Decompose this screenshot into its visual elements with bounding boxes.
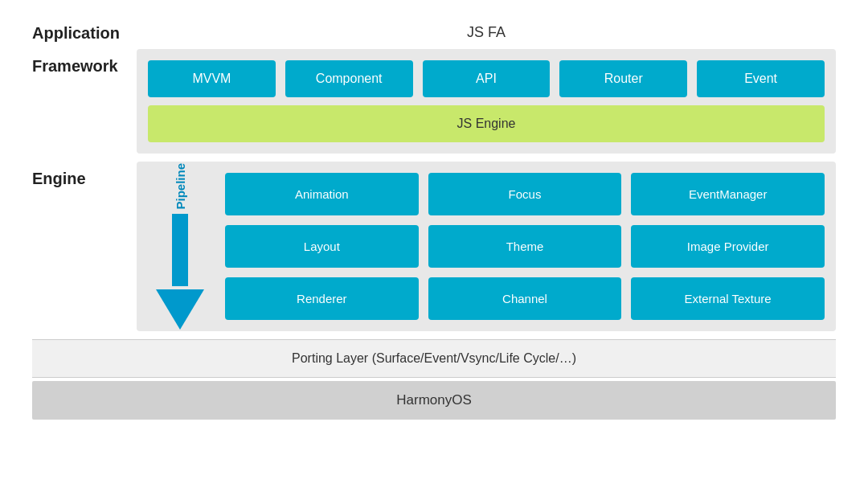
external-texture-box: External Texture <box>631 277 825 320</box>
focus-box: Focus <box>428 173 622 215</box>
engine-grid: Animation Focus EventManager Layout Them… <box>225 173 825 320</box>
harmony-os-bar: HarmonyOS <box>32 381 836 420</box>
component-box: Component <box>285 60 413 97</box>
pipeline-label: Pipeline <box>174 163 187 210</box>
layout-box: Layout <box>225 225 419 268</box>
arrow-shaft <box>172 214 188 286</box>
engine-label: Engine <box>32 170 86 187</box>
framework-label: Framework <box>32 57 118 75</box>
channel-box: Channel <box>428 277 622 320</box>
theme-box: Theme <box>428 225 622 268</box>
porting-layer: Porting Layer (Surface/Event/Vsync/Life … <box>32 339 836 378</box>
application-title: JS FA <box>467 19 506 45</box>
event-box: Event <box>697 60 825 97</box>
application-label: Application <box>32 24 120 42</box>
js-engine-box: JS Engine <box>148 105 825 142</box>
framework-boxes-row: MVVM Component API Router Event <box>148 60 825 97</box>
porting-layer-text: Porting Layer (Surface/Event/Vsync/Life … <box>292 351 576 365</box>
diagram-container: Application JS FA Framework MVVM Compone… <box>0 0 868 436</box>
mvvm-box: MVVM <box>148 60 276 97</box>
animation-box: Animation <box>225 173 419 215</box>
event-manager-box: EventManager <box>631 173 825 215</box>
api-box: API <box>423 60 551 97</box>
application-section: Application JS FA <box>32 16 836 43</box>
router-box: Router <box>559 60 687 97</box>
pipeline-arrow: Pipeline <box>148 174 212 319</box>
image-provider-box: Image Provider <box>631 225 825 268</box>
harmony-os-text: HarmonyOS <box>396 392 472 408</box>
renderer-box: Renderer <box>225 277 419 320</box>
engine-section: Engine Pipeline Animation Focus EventMan… <box>32 162 836 331</box>
arrow-head <box>156 289 204 330</box>
framework-section: Framework MVVM Component API Router Even… <box>32 49 836 154</box>
